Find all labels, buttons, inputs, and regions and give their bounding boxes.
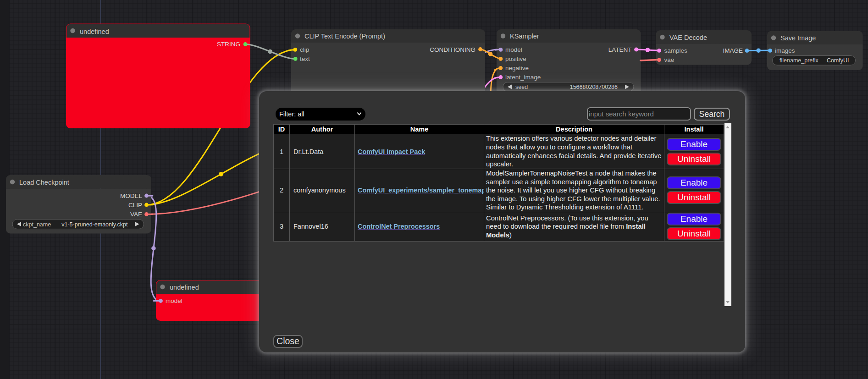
svg-text:positive: positive xyxy=(505,55,526,62)
svg-text:undefined: undefined xyxy=(80,28,109,35)
svg-text:CONDITIONING: CONDITIONING xyxy=(430,46,475,53)
svg-text:filename_prefix: filename_prefix xyxy=(780,57,819,64)
svg-text:CLIP: CLIP xyxy=(128,202,142,209)
svg-text:images: images xyxy=(775,47,795,54)
svg-text:model: model xyxy=(166,297,182,304)
svg-text:IMAGE: IMAGE xyxy=(723,47,743,54)
svg-text:Load Checkpoint: Load Checkpoint xyxy=(19,179,69,186)
svg-text:latent_image: latent_image xyxy=(505,74,541,81)
svg-text:clip: clip xyxy=(300,46,309,53)
svg-text:CLIP Text Encode (Prompt): CLIP Text Encode (Prompt) xyxy=(304,33,385,40)
svg-text:VAE Decode: VAE Decode xyxy=(669,34,707,41)
svg-text:samples: samples xyxy=(664,47,688,54)
svg-text:ckpt_name: ckpt_name xyxy=(23,221,51,228)
svg-text:seed: seed xyxy=(515,84,528,90)
svg-text:VAE: VAE xyxy=(130,211,142,218)
svg-text:text: text xyxy=(300,55,310,62)
svg-text:undefined: undefined xyxy=(170,284,199,291)
svg-text:MODEL: MODEL xyxy=(120,192,143,199)
svg-text:STRING: STRING xyxy=(217,41,240,48)
svg-text:model: model xyxy=(505,46,522,53)
svg-text:LATENT: LATENT xyxy=(608,46,632,53)
svg-text:Save Image: Save Image xyxy=(780,34,816,42)
svg-text:156680208700286: 156680208700286 xyxy=(570,84,618,90)
svg-text:vae: vae xyxy=(664,56,674,63)
svg-text:KSampler: KSampler xyxy=(510,33,539,40)
svg-text:ComfyUI: ComfyUI xyxy=(827,57,849,64)
svg-text:negative: negative xyxy=(505,65,529,71)
svg-text:v1-5-pruned-emaonly.ckpt: v1-5-pruned-emaonly.ckpt xyxy=(61,221,128,228)
